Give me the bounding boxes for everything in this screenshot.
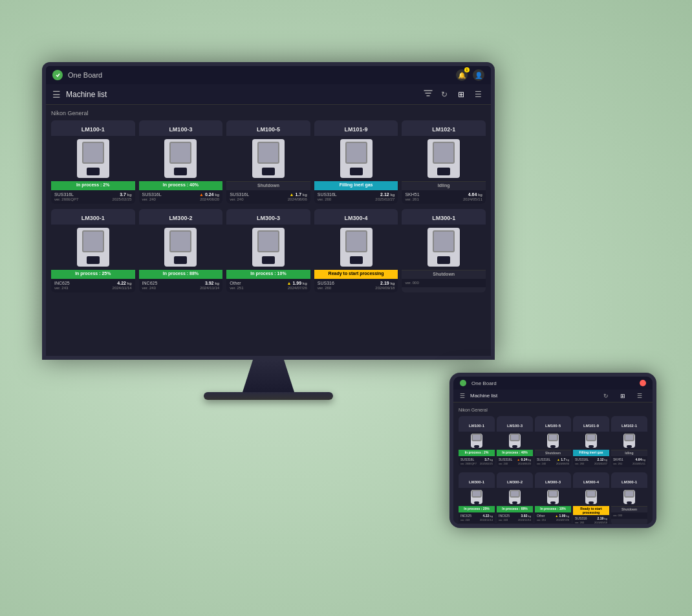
machine-card[interactable]: LM100-3 In process : 40% SUS316L ▲ 0.24 … <box>497 416 533 467</box>
weight-unit: kg <box>126 193 132 197</box>
machine-card[interactable]: LM300-3 In process : 10% Other ▲ 1.99 kg… <box>535 472 571 524</box>
machine-image <box>471 490 482 504</box>
machine-card[interactable]: LM300-3 In process : 10% Other ▲ 1.99 kg… <box>226 209 310 292</box>
machine-status: In process : 88% <box>139 270 223 279</box>
machine-image-area <box>226 136 310 181</box>
tablet-refresh-button[interactable]: ↻ <box>600 390 612 402</box>
machine-status: Shutdown <box>535 450 571 456</box>
tablet-list-button[interactable]: ☰ <box>633 390 646 402</box>
machine-material: INC625 <box>54 281 70 285</box>
meta-row-ver: ver. 000 <box>613 514 645 517</box>
machine-material: SUS316 <box>575 516 587 520</box>
machine-image-area <box>535 432 571 450</box>
machine-meta: SUS316L ▲ 0.24 kg ver. 240 2024/06/20 <box>497 456 533 467</box>
machine-name: LM300-3 <box>257 215 280 221</box>
weight-unit: kg <box>642 458 645 461</box>
machine-card-header: LM102-1 <box>402 120 486 136</box>
tablet-menu-icon[interactable]: ☰ <box>460 393 465 399</box>
machine-status: In process : 40% <box>139 181 223 190</box>
machine-card[interactable]: LM102-1 Idling SKH51 4.64 kg ver. 261 20… <box>611 416 647 467</box>
machine-weight: 2.12 kg <box>597 457 607 461</box>
machine-card[interactable]: LM101-9 Filling inert gas SUS316L 2.12 k… <box>573 416 609 467</box>
machine-image-area <box>497 488 533 506</box>
toolbar-title: Machine list <box>66 90 418 99</box>
machine-meta: INC625 3.92 kg ver. 243 2024/11/14 <box>497 512 533 523</box>
menu-icon[interactable]: ☰ <box>52 89 61 100</box>
meta-row-2: ver. 243 2024/11/14 <box>460 518 493 522</box>
machine-name: LM300-4 <box>583 480 599 484</box>
bell-button[interactable]: 🔔 1 <box>456 69 468 81</box>
machine-card[interactable]: LM100-5 Shutdown SUS316L ▲ 1.7 kg ver. 2… <box>535 416 571 467</box>
machine-date: 2024/11/14 <box>113 286 132 290</box>
machine-card[interactable]: LM102-1 Idling SKH51 4.64 kg ver. 261 20… <box>402 120 486 204</box>
machine-weight: ▲ 0.24 kg <box>517 457 531 461</box>
machine-name: LM300-1 <box>81 215 105 221</box>
yellow-alert-icon: ▲ <box>555 514 558 518</box>
machine-card[interactable]: LM100-1 In process : 2% SUS316L 3.7 kg v… <box>459 416 495 467</box>
machine-card[interactable]: LM101-9 Filling inert gas SUS316L 2.12 k… <box>314 120 398 204</box>
meta-row-2: ver. 260 2025/02/27 <box>318 197 395 201</box>
machine-date: 2024/11/14 <box>200 286 219 290</box>
meta-row-2: ver. 240 2024/08/06 <box>230 197 307 201</box>
machine-status: In process : 2% <box>459 450 495 456</box>
meta-row-1: SUS316L 2.12 kg <box>318 192 395 197</box>
machine-card-header: LM300-1 <box>459 472 495 488</box>
machine-weight: ▲ 1.99 kg <box>555 514 569 518</box>
machine-name: LM101-9 <box>583 424 599 428</box>
monitor: One Board 🔔 1 👤 ☰ Machine list <box>42 62 495 400</box>
tablet-titlebar: One Board <box>453 377 653 390</box>
machine-version: ver. 243 <box>499 518 508 522</box>
machine-name: LM102-1 <box>622 424 637 428</box>
machine-version: ver. 240 <box>537 462 546 465</box>
machine-weight: 4.22 kg <box>117 281 131 285</box>
machine-name: LM300-3 <box>545 480 561 484</box>
machine-card[interactable]: LM300-1 Shutdown ver. 000 <box>402 209 486 292</box>
yellow-alert-icon: ▲ <box>287 281 292 285</box>
machine-card[interactable]: LM300-1 In process : 25% INC625 4.22 kg … <box>51 209 135 292</box>
machine-card[interactable]: LM300-4 Ready to start processing SUS316… <box>314 209 398 292</box>
machine-card[interactable]: LM300-1 Shutdown ver. 000 <box>611 472 647 524</box>
list-view-button[interactable]: ☰ <box>471 88 484 101</box>
machine-card[interactable]: LM100-1 In process : 2% SUS316L 3.7 kg v… <box>51 120 135 204</box>
tablet-grid-button[interactable]: ⊞ <box>616 390 629 402</box>
meta-row-2: ver. 243 2024/11/14 <box>499 518 531 522</box>
meta-row-1: INC625 3.92 kg <box>142 281 220 285</box>
machine-date: 2024/09/18 <box>594 521 607 524</box>
machine-card[interactable]: LM300-2 In process : 88% INC625 3.92 kg … <box>497 472 533 524</box>
machine-image <box>340 228 373 267</box>
filter-icon[interactable] <box>424 89 433 100</box>
meta-row-1: SUS316L 3.7 kg <box>54 192 132 197</box>
machine-date: 2024/07/26 <box>288 286 307 290</box>
meta-row-1: Other ▲ 1.99 kg <box>230 281 307 285</box>
refresh-button[interactable]: ↻ <box>438 88 451 101</box>
machine-material: INC625 <box>499 514 510 518</box>
user-button[interactable]: 👤 <box>473 69 484 81</box>
meta-row-1: INC625 4.22 kg <box>460 514 493 518</box>
main-toolbar: ☰ Machine list ↻ ⊞ ☰ <box>46 84 491 105</box>
machine-card[interactable]: LM100-5 Shutdown SUS316L ▲ 1.7 kg ver. 2… <box>226 120 310 204</box>
machine-material: SUS316L <box>318 192 337 197</box>
machine-name: LM300-2 <box>169 215 192 221</box>
machine-version: ver. 240 <box>230 197 243 201</box>
machine-date: 2025/02/25 <box>113 197 132 201</box>
grid-view-button[interactable]: ⊞ <box>455 88 468 101</box>
machine-card[interactable]: LM100-3 In process : 40% SUS316L ▲ 0.24 … <box>139 120 223 204</box>
tablet-close-btn[interactable] <box>640 380 646 386</box>
machine-image-area <box>139 136 223 181</box>
machine-card[interactable]: LM300-1 In process : 25% INC625 4.22 kg … <box>459 472 495 524</box>
machine-status: Shutdown <box>226 181 310 190</box>
machine-image-area <box>226 225 310 270</box>
machine-weight: ▲ 0.24 kg <box>199 192 219 197</box>
machine-image <box>340 139 373 178</box>
meta-row-1: SUS316L ▲ 0.24 kg <box>499 457 531 461</box>
machine-version: ver. 243 <box>142 286 156 290</box>
machines-row2: LM300-1 In process : 25% INC625 4.22 kg … <box>51 209 486 292</box>
machine-material: SUS316L <box>142 192 162 197</box>
meta-row-2: ver. 240 2024/06/20 <box>499 462 531 465</box>
tablet-screen: One Board ☰ Machine list ↻ ⊞ ☰ <box>449 373 656 528</box>
machine-version: ver. 260 <box>575 462 584 465</box>
tablet-machines-row2: LM300-1 In process : 25% INC625 4.22 kg … <box>459 472 647 524</box>
machine-card[interactable]: LM300-4 Ready to start processing SUS316… <box>573 472 609 524</box>
machine-image <box>623 434 635 448</box>
machine-card[interactable]: LM300-2 In process : 88% INC625 3.92 kg … <box>139 209 223 292</box>
